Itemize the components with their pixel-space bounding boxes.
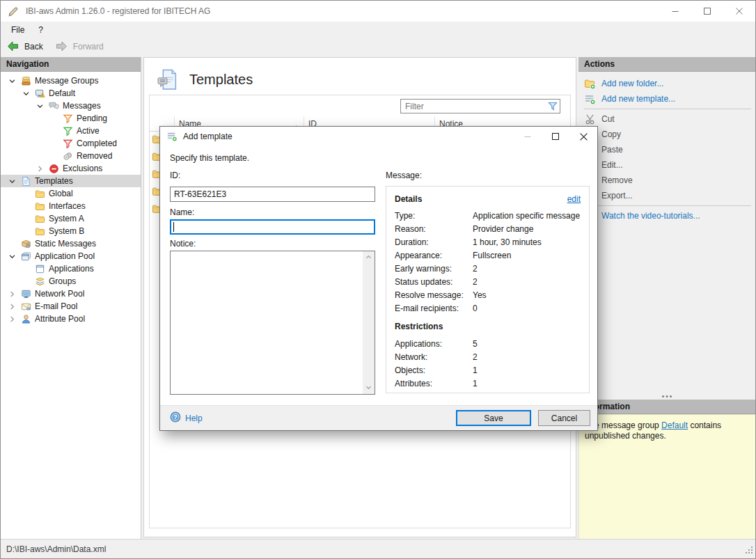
- dialog-subtitle: Specify this template.: [170, 153, 249, 163]
- chevron-right-icon[interactable]: [5, 313, 19, 324]
- message-label: Message:: [386, 171, 422, 180]
- tree-item-application-pool[interactable]: Application Pool: [1, 250, 141, 262]
- chevron-down-icon[interactable]: [5, 175, 19, 187]
- chevron-right-icon[interactable]: [5, 288, 19, 299]
- help-link[interactable]: ? Help: [170, 411, 203, 425]
- chevron-down-icon[interactable]: [5, 251, 19, 262]
- message-summary-box: Details edit Type:Application specific m…: [386, 186, 590, 393]
- dialog-maximize-button[interactable]: [542, 127, 569, 146]
- chevron-down-icon[interactable]: [33, 100, 47, 111]
- filter-icon[interactable]: [546, 101, 560, 112]
- action-label: Export...: [601, 191, 633, 200]
- action-watch-video-tutorials[interactable]: Watch the video-tutorials...: [578, 208, 756, 223]
- tree-item-label: Attribute Pool: [33, 314, 85, 324]
- tree-item-templates[interactable]: Templates: [1, 175, 141, 187]
- tree-item-label: Message Groups: [33, 76, 98, 86]
- action-label: Edit...: [601, 160, 623, 170]
- filter-box[interactable]: [400, 99, 560, 113]
- restriction-row-attributes: Attributes:1: [395, 377, 581, 390]
- tree-item-label: Templates: [33, 176, 73, 186]
- edit-link[interactable]: edit: [567, 194, 581, 204]
- action-paste[interactable]: Paste: [578, 142, 756, 157]
- action-add-new-template[interactable]: Add new template...: [578, 91, 756, 107]
- page-title: Templates: [189, 72, 253, 88]
- tree-item-system-a[interactable]: System A: [1, 212, 141, 225]
- menu-help[interactable]: ?: [31, 24, 50, 36]
- cancel-button[interactable]: Cancel: [538, 410, 590, 426]
- tree-item-network-pool[interactable]: Network Pool: [1, 288, 141, 300]
- exclusions-icon: [47, 163, 61, 174]
- tree-item-completed[interactable]: Completed: [1, 137, 141, 150]
- detail-row-type: Type:Application specific message: [395, 209, 581, 222]
- messages-icon: [47, 100, 61, 111]
- resize-grip[interactable]: [744, 545, 753, 556]
- tree-item-interfaces[interactable]: Interfaces: [1, 200, 141, 212]
- scroll-up-icon[interactable]: [365, 253, 372, 262]
- back-button[interactable]: Back: [1, 38, 49, 55]
- tree-item-applications[interactable]: Applications: [1, 262, 141, 275]
- name-field[interactable]: [170, 219, 375, 235]
- notice-label: Notice:: [170, 239, 196, 249]
- tree-item-default[interactable]: Default: [1, 87, 141, 100]
- tree-item-email-pool[interactable]: E-mail Pool: [1, 300, 141, 313]
- tree-item-removed[interactable]: Removed: [1, 150, 141, 162]
- folder-icon: [33, 213, 47, 224]
- message-groups-icon: [19, 75, 33, 86]
- detail-label: Status updates:: [395, 277, 473, 287]
- chevron-right-icon[interactable]: [33, 163, 47, 174]
- minimize-button[interactable]: [659, 1, 691, 22]
- tree-item-label: System B: [47, 226, 84, 236]
- panel-splitter-grip[interactable]: •••: [578, 393, 756, 400]
- tree-item-system-b[interactable]: System B: [1, 225, 141, 237]
- chevron-down-icon[interactable]: [19, 88, 33, 99]
- tree-item-global[interactable]: Global: [1, 187, 141, 200]
- tree-item-label: Groups: [47, 276, 76, 286]
- tree-item-static-messages[interactable]: Static Messages: [1, 237, 141, 250]
- chevron-right-icon[interactable]: [5, 301, 19, 312]
- filter-input[interactable]: [401, 102, 546, 111]
- close-button[interactable]: [723, 1, 755, 22]
- action-add-new-folder[interactable]: Add new folder...: [578, 76, 756, 91]
- tree-item-groups[interactable]: Groups: [1, 275, 141, 288]
- detail-value: 2: [473, 264, 478, 274]
- restriction-label: Network:: [395, 352, 473, 362]
- restrictions-header: Restrictions: [395, 322, 581, 333]
- action-remove[interactable]: Remove: [578, 173, 756, 188]
- tree-item-exclusions[interactable]: Exclusions: [1, 162, 141, 175]
- information-body: The message group Default contains unpub…: [578, 414, 756, 540]
- tree-item-message-groups[interactable]: Message Groups: [1, 74, 141, 87]
- scrollbar[interactable]: [363, 251, 375, 394]
- id-field[interactable]: [170, 187, 375, 202]
- tree-item-pending[interactable]: Pending: [1, 112, 141, 125]
- forward-button[interactable]: Forward: [49, 38, 110, 55]
- dialog-close-button[interactable]: [569, 127, 597, 146]
- navigation-tree: Message Groups Default Messages Pending …: [1, 72, 141, 540]
- information-header: Information: [578, 400, 756, 414]
- tree-item-label: Network Pool: [33, 289, 84, 299]
- tree-item-active[interactable]: Active: [1, 125, 141, 137]
- default-group-link[interactable]: Default: [661, 420, 688, 430]
- action-export[interactable]: Export...: [578, 188, 756, 203]
- tree-item-attribute-pool[interactable]: Attribute Pool: [1, 313, 141, 325]
- tree-item-messages[interactable]: Messages: [1, 100, 141, 112]
- application-pool-icon: [19, 251, 33, 262]
- action-edit[interactable]: Edit...: [578, 157, 756, 173]
- restriction-value: 1: [473, 379, 478, 388]
- network-pool-icon: [19, 288, 33, 299]
- tree-item-label: E-mail Pool: [33, 301, 77, 311]
- details-header: Details: [395, 194, 422, 204]
- funnel-orange-icon: [61, 113, 74, 124]
- save-button[interactable]: Save: [456, 410, 531, 426]
- chevron-down-icon[interactable]: [5, 75, 19, 86]
- funnel-green-icon: [61, 125, 74, 136]
- menu-file[interactable]: File: [4, 24, 31, 36]
- scroll-down-icon[interactable]: [365, 383, 372, 393]
- detail-value: Fullscreen: [473, 251, 511, 260]
- help-icon: ?: [170, 411, 181, 425]
- toolbar: Back Forward: [1, 37, 755, 56]
- maximize-button[interactable]: [691, 1, 723, 22]
- action-copy[interactable]: Copy: [578, 127, 756, 142]
- templates-page-icon: [19, 175, 33, 187]
- notice-textarea[interactable]: [170, 251, 375, 395]
- action-cut[interactable]: Cut: [578, 111, 756, 127]
